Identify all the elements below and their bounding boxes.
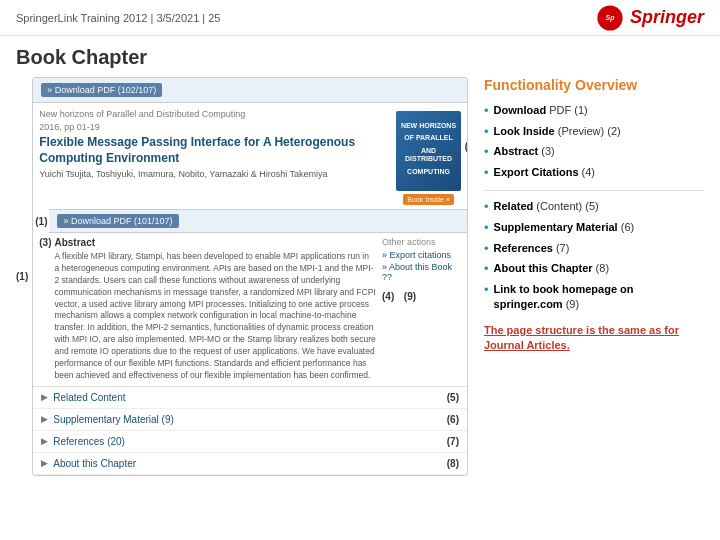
func-item-3: • Abstract (3) (484, 144, 704, 160)
springer-logo-icon: Sp (596, 4, 624, 32)
download-pdf-btn-2[interactable]: » Download PDF (101/107) (57, 214, 178, 228)
func-item-4: • Export Citations (4) (484, 165, 704, 181)
accordion-arrow-refs: ▶ (41, 436, 48, 446)
look-inside-btn[interactable]: Book Inside » (403, 194, 453, 205)
article-box: » Download PDF (102/107) New horizons of… (32, 77, 468, 476)
bullet-1: • (484, 103, 489, 119)
functionality-title: Functionality Overview (484, 77, 704, 93)
download-bar-2-row: (1) » Download PDF (101/107) (33, 209, 467, 233)
book-cover-line2: OF PARALLEL (404, 134, 452, 142)
acc-ann-5: (5) (447, 392, 459, 403)
book-cover-col: NEW HORIZONS OF PARALLEL AND DISTRIBUTED… (396, 111, 461, 205)
acc-ann-7: (7) (447, 436, 459, 447)
func-item-7: • References (7) (484, 241, 704, 257)
article-inner: New horizons of Parallel and Distributed… (33, 103, 467, 209)
bullet-4: • (484, 165, 489, 181)
export-citations-link[interactable]: » Export citations (382, 250, 461, 260)
about-book-row: » About this Book ?? (382, 262, 461, 284)
accordion-label-about: About this Chapter (53, 458, 136, 469)
bullet-5: • (484, 199, 489, 215)
ann-num-4: (4) (382, 291, 394, 302)
accordion-arrow-related: ▶ (41, 392, 48, 402)
func-item-5: • Related (Content) (5) (484, 199, 704, 215)
article-subtitle2: 2016, pp 01-19 (39, 122, 390, 132)
func-item-8: • About this Chapter (8) (484, 261, 704, 277)
book-cover-line3: AND DISTRIBUTED (400, 147, 457, 164)
article-authors: Yuichi Tsujita, Toshiyuki, Imamura, Nobi… (39, 169, 390, 179)
accordion-about[interactable]: ▶ About this Chapter (8) (33, 453, 467, 475)
download-bar-2[interactable]: » Download PDF (101/107) (49, 209, 467, 233)
bullet-3: • (484, 144, 489, 160)
func-text-1: Download PDF (1) (494, 103, 588, 118)
ann-num-2: (2) (465, 141, 468, 152)
book-cover-line4: COMPUTING (407, 168, 450, 176)
right-panel: Functionality Overview • Download PDF (1… (484, 77, 704, 478)
func-text-9: Link to book homepage on springer.com (9… (494, 282, 704, 313)
book-cover-line1: NEW HORIZONS (401, 122, 456, 130)
springer-logo: Sp Springer (596, 4, 704, 32)
func-text-4: Export Citations (4) (494, 165, 595, 180)
abstract-col: (3) Abstract A flexible MPI library, Sta… (39, 237, 376, 382)
acc-ann-8: (8) (447, 458, 459, 469)
abstract-other-row: (3) Abstract A flexible MPI library, Sta… (33, 233, 467, 386)
left-panel: (1) » Download PDF (102/107) New horizon… (16, 77, 468, 478)
bullet-6: • (484, 220, 489, 236)
func-note: The page structure is the same as for Jo… (484, 323, 704, 354)
func-text-3: Abstract (3) (494, 144, 555, 159)
func-item-6: • Supplementary Material (6) (484, 220, 704, 236)
accordion-label-related: Related Content (53, 392, 125, 403)
page-title-area: Book Chapter (0, 36, 720, 77)
accordion-label-refs: References (20) (53, 436, 125, 447)
other-actions-title: Other actions (382, 237, 461, 247)
func-divider (484, 190, 704, 191)
func-item-9: • Link to book homepage on springer.com … (484, 282, 704, 313)
func-text-7: References (7) (494, 241, 570, 256)
ann-num-1b: (1) (35, 216, 47, 227)
bullet-2: • (484, 124, 489, 140)
func-item-1: • Download PDF (1) (484, 103, 704, 119)
ann-nums-row: (4) (9) (382, 288, 461, 303)
acc-ann-6: (6) (447, 414, 459, 425)
accordion-label-supp: Supplementary Material (9) (53, 414, 174, 425)
accordion-section: ▶ Related Content (5) ▶ Supplementary Ma… (33, 386, 467, 475)
func-section-top: • Download PDF (1) • Look Inside (Previe… (484, 103, 704, 180)
other-actions-col: Other actions » Export citations » About… (376, 237, 461, 382)
header: SpringerLink Training 2012 | 3/5/2021 | … (0, 0, 720, 36)
bullet-7: • (484, 241, 489, 257)
bullet-9: • (484, 282, 489, 298)
func-text-6: Supplementary Material (6) (494, 220, 635, 235)
page-title: Book Chapter (16, 46, 704, 69)
book-cover: NEW HORIZONS OF PARALLEL AND DISTRIBUTED… (396, 111, 461, 191)
accordion-related[interactable]: ▶ Related Content (5) (33, 387, 467, 409)
func-text-8: About this Chapter (8) (494, 261, 610, 276)
func-section-bottom: • Related (Content) (5) • Supplementary … (484, 199, 704, 312)
ann-num-1: (1) (16, 271, 28, 282)
accordion-arrow-about: ▶ (41, 458, 48, 468)
accordion-supplementary[interactable]: ▶ Supplementary Material (9) (6) (33, 409, 467, 431)
accordion-references[interactable]: ▶ References (20) (7) (33, 431, 467, 453)
annotation-1: (1) » Download PDF (102/107) New horizon… (16, 77, 468, 476)
bullet-8: • (484, 261, 489, 277)
about-book-link[interactable]: » About this Book ?? (382, 262, 461, 282)
article-text-col: New horizons of Parallel and Distributed… (39, 109, 390, 205)
accordion-arrow-supp: ▶ (41, 414, 48, 424)
func-text-5: Related (Content) (5) (494, 199, 599, 214)
func-text-2: Look Inside (Preview) (2) (494, 124, 621, 139)
download-bar-1[interactable]: » Download PDF (102/107) (33, 78, 467, 103)
main-content: (1) » Download PDF (102/107) New horizon… (0, 77, 720, 478)
article-title: Flexible Message Passing Interface for A… (39, 135, 390, 166)
abstract-title: Abstract (54, 237, 376, 248)
abstract-section: Abstract A flexible MPI library, Stampi,… (54, 237, 376, 382)
breadcrumb: SpringerLink Training 2012 | 3/5/2021 | … (16, 12, 220, 24)
abstract-text: A flexible MPI library, Stampi, has been… (54, 251, 376, 382)
ann-num-9: (9) (404, 291, 416, 302)
func-item-2: • Look Inside (Preview) (2) (484, 124, 704, 140)
ann-num-3: (3) (39, 237, 51, 248)
article-subtitle: New horizons of Parallel and Distributed… (39, 109, 390, 119)
svg-text:Sp: Sp (606, 14, 616, 22)
download-pdf-btn-1[interactable]: » Download PDF (102/107) (41, 83, 162, 97)
springer-logo-text: Springer (630, 7, 704, 28)
